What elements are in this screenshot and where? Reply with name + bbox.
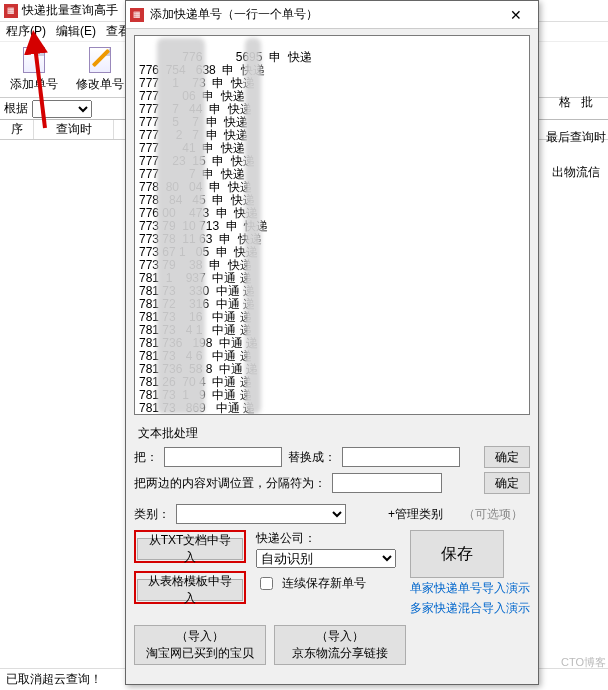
dialog-body: 776 5695 申 快递 776 754 638 申 快递 777 1 73 …: [126, 29, 538, 671]
toolbar-add[interactable]: 添加单号: [10, 46, 58, 93]
new-doc-icon: [18, 46, 50, 74]
menu-edit[interactable]: 编辑(E): [56, 23, 96, 40]
save-button[interactable]: 保存: [410, 530, 504, 578]
main-title-text: 快递批量查询高手: [22, 2, 118, 19]
dialog-icon: ▦: [130, 8, 144, 22]
highlight-txt-import: 从TXT文档中导入: [134, 530, 246, 563]
swap-ok-button[interactable]: 确定: [484, 472, 530, 494]
dialog-titlebar[interactable]: ▦ 添加快递单号（一行一个单号） ✕: [126, 1, 538, 29]
app-icon: ▦: [4, 4, 18, 18]
btn-batch[interactable]: 批: [581, 95, 593, 109]
courier-select[interactable]: 自动识别: [256, 549, 396, 568]
highlight-template-import: 从表格模板中导入: [134, 571, 246, 604]
category-select[interactable]: [176, 504, 346, 524]
watermark: CTO博客: [561, 655, 606, 670]
demo-link-mixed[interactable]: 多家快递混合导入演示: [410, 600, 530, 617]
replace-from-label: 把：: [134, 449, 158, 466]
add-number-dialog: ▦ 添加快递单号（一行一个单号） ✕ 776 5695 申 快递 776 754…: [125, 0, 539, 685]
manage-category-link[interactable]: +管理类别: [388, 506, 443, 523]
import-taobao-button[interactable]: （导入） 淘宝网已买到的宝贝: [134, 625, 266, 665]
right-edge: 格 批 最后查询时 出物流信: [546, 94, 606, 199]
continuous-label: 连续保存新单号: [282, 575, 366, 592]
numbers-textarea[interactable]: 776 5695 申 快递 776 754 638 申 快递 777 1 73 …: [134, 35, 530, 415]
replace-from-input[interactable]: [164, 447, 282, 467]
toolbar-modify[interactable]: 修改单号: [76, 46, 124, 93]
menu-program[interactable]: 程序(P): [6, 23, 46, 40]
replace-to-label: 替换成：: [288, 449, 336, 466]
import-jd-button[interactable]: （导入） 京东物流分享链接: [274, 625, 406, 665]
col-lastquery[interactable]: 最后查询时: [546, 129, 606, 146]
replace-ok-button[interactable]: 确定: [484, 446, 530, 468]
pencil-icon: [84, 46, 116, 74]
close-button[interactable]: ✕: [498, 2, 534, 28]
category-row: 类别： +管理类别 （可选项）: [134, 504, 530, 524]
import-buttons: 从TXT文档中导入 从表格模板中导入: [134, 530, 246, 604]
swap-delim-input[interactable]: [332, 473, 442, 493]
continuous-checkbox[interactable]: [260, 577, 273, 590]
demo-link-single[interactable]: 单家快递单号导入演示: [410, 580, 530, 597]
col-querytime[interactable]: 查询时: [34, 120, 114, 139]
import-template-button[interactable]: 从表格模板中导入: [137, 579, 243, 601]
filter-select[interactable]: [32, 100, 92, 118]
source-import-row: （导入） 淘宝网已买到的宝贝 （导入） 京东物流分享链接: [134, 625, 530, 665]
btn-grid[interactable]: 格: [559, 95, 571, 109]
redaction-blur: [157, 38, 205, 414]
dialog-title: 添加快递单号（一行一个单号）: [150, 6, 492, 23]
swap-row: 把两边的内容对调位置，分隔符为： 确定: [134, 472, 530, 494]
col-seq[interactable]: 序: [0, 120, 34, 139]
redaction-blur-2: [245, 38, 261, 414]
batch-section-label: 文本批处理: [138, 425, 530, 442]
swap-label: 把两边的内容对调位置，分隔符为：: [134, 475, 326, 492]
category-label: 类别：: [134, 506, 170, 523]
status-text: 已取消超云查询！: [6, 671, 102, 688]
courier-label: 快递公司：: [256, 530, 316, 547]
col-outinfo[interactable]: 出物流信: [546, 164, 606, 181]
replace-to-input[interactable]: [342, 447, 460, 467]
courier-block: 快递公司： 自动识别 连续保存新单号: [256, 530, 396, 597]
filter-label: 根据: [4, 100, 28, 117]
replace-row: 把： 替换成： 确定: [134, 446, 530, 468]
import-txt-button[interactable]: 从TXT文档中导入: [137, 538, 243, 560]
optional-hint: （可选项）: [463, 506, 523, 523]
